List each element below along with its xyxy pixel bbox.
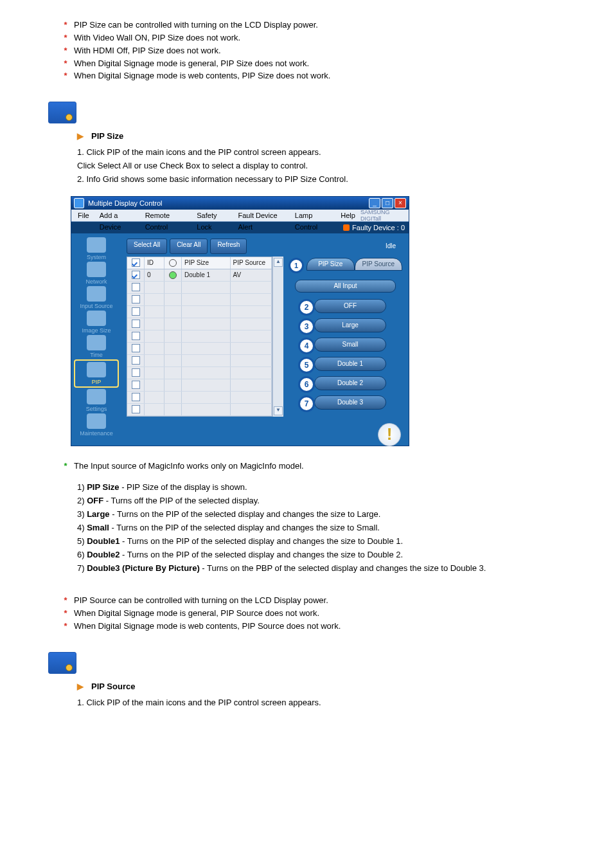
menu-add-device[interactable]: Add a Device	[94, 210, 140, 221]
callout-list: 1) PIP Size - PIP Size of the display is…	[0, 482, 613, 574]
menu-help[interactable]: Help	[335, 210, 360, 221]
sidebar-item-network[interactable]: Network	[75, 262, 118, 285]
bullet-item: *With HDMI Off, PIP Size does not work.	[61, 45, 540, 57]
callout-badge-7: 7	[298, 395, 315, 412]
bullet-item: *When Digital Signage mode is web conten…	[61, 70, 540, 82]
bullet-text: PIP Size can be controlled with turning …	[74, 19, 540, 32]
exclamation-icon: !	[378, 423, 401, 446]
clear-all-button[interactable]: Clear All	[170, 239, 208, 254]
callout-badge-4: 4	[298, 338, 315, 354]
sidebar-item-image-size[interactable]: Image Size	[75, 311, 118, 334]
bullet-text: With Video Wall ON, PIP Size does not wo…	[74, 32, 540, 44]
pip-large-button[interactable]: 3Large	[314, 318, 386, 332]
info-note-text: The Input source of MagicInfo works only…	[74, 460, 540, 473]
system-icon	[87, 237, 106, 253]
menu-remote-control[interactable]: Remote Control	[140, 210, 192, 221]
app-window: Multiple Display Control _ □ × File Add …	[71, 196, 409, 446]
grid-row[interactable]: 0 Double 1 AV	[127, 269, 272, 282]
callout-desc: - Turns on the PBP of the selected displ…	[200, 563, 486, 573]
callout-term: Small	[87, 523, 109, 532]
grid-row-check[interactable]	[127, 269, 145, 281]
step-number: 1.	[77, 698, 86, 707]
sidebar-item-settings[interactable]: Settings	[75, 389, 118, 412]
scroll-down-icon[interactable]: ▼	[274, 406, 283, 415]
callout-term: Large	[87, 509, 109, 519]
grid-row-empty	[127, 355, 272, 367]
grid-row-empty	[127, 294, 272, 306]
section-heading: ▶PIP Size	[77, 131, 540, 143]
grid-row-status	[164, 269, 182, 281]
sidebar-item-input-source[interactable]: Input Source	[75, 286, 118, 309]
callout-desc: - Turns on the PIP of the selected displ…	[120, 536, 403, 546]
app-footer: !	[124, 419, 406, 451]
step-text: Info Grid shows some basic information n…	[86, 174, 348, 184]
grid-row-pip-source: AV	[231, 269, 272, 281]
callout-line: 3) Large - Turns on the PIP of the selec…	[77, 509, 540, 521]
callout-line: 2) OFF - Turns off the PIP of the select…	[77, 495, 540, 507]
window-title: Multiple Display Control	[88, 199, 163, 207]
menu-file[interactable]: File	[73, 210, 94, 221]
bullet-text: When Digital Signage mode is general, PI…	[74, 58, 540, 70]
grid-scrollbar[interactable]: ▲ ▼	[272, 257, 283, 417]
monitor-icon	[48, 652, 76, 674]
callout-desc: - Turns off the PIP of the selected disp…	[103, 496, 260, 505]
step-text: Click Select All or use Check Box to sel…	[77, 161, 308, 170]
callout-line: 4) Small - Turns on the PIP of the selec…	[77, 522, 540, 534]
sidebar-item-maintenance[interactable]: Maintenance	[75, 413, 118, 437]
select-all-button[interactable]: Select All	[127, 239, 167, 254]
sidebar-item-system[interactable]: System	[75, 237, 118, 260]
pill-label: Small	[342, 341, 358, 348]
grid-row-empty	[127, 306, 272, 318]
section-desc-line: Click Select All or use Check Box to sel…	[77, 160, 540, 172]
star-icon: *	[61, 19, 70, 32]
callout-desc: - PIP Size of the display is shown.	[120, 482, 247, 492]
sidebar-label: Image Size	[75, 327, 118, 334]
tab-pip-source[interactable]: PIP Source	[355, 258, 403, 271]
sidebar-item-time[interactable]: Time	[75, 335, 118, 358]
tab-label: PIP Source	[362, 260, 395, 267]
menu-lamp-control[interactable]: Lamp Control	[290, 210, 335, 221]
pip-icon	[87, 362, 106, 377]
faulty-device-text: Faulty Device : 0	[352, 224, 405, 231]
callout-term: Double1	[87, 536, 120, 546]
grid-row-empty	[127, 343, 272, 355]
grid-header-check[interactable]	[127, 257, 145, 269]
grid-row-empty	[127, 392, 272, 404]
sidebar-label: Settings	[75, 406, 118, 412]
star-icon: *	[61, 58, 70, 70]
scroll-up-icon[interactable]: ▲	[274, 258, 283, 267]
pip-off-button[interactable]: 2OFF	[314, 299, 386, 313]
sidebar-label: Time	[75, 352, 118, 358]
tab-pip-size[interactable]: PIP Size	[306, 258, 355, 271]
callout-badge-1: 1	[289, 258, 304, 273]
settings-icon	[87, 389, 106, 404]
grid-header-pip-source: PIP Source	[231, 257, 272, 269]
callout-line: 7) Double3 (Picture By Picture) - Turns …	[77, 563, 540, 575]
grid-row-empty	[127, 318, 272, 330]
sidebar-label: PIP	[75, 379, 118, 385]
section-desc-line: 1. Click PIP of the main icons and the P…	[77, 147, 540, 159]
status-lamp-icon	[169, 271, 177, 279]
step-number: 1.	[77, 147, 86, 157]
menu-fault-alert[interactable]: Fault Device Alert	[233, 210, 290, 221]
menu-safety-lock[interactable]: Safety Lock	[191, 210, 233, 221]
pip-small-button[interactable]: 4Small	[314, 338, 386, 352]
pip-double3-button[interactable]: 7Double 3	[314, 395, 386, 410]
close-button[interactable]: ×	[395, 198, 406, 208]
grid-row-empty	[127, 379, 272, 392]
bullet-item: *PIP Size can be controlled with turning…	[61, 19, 540, 32]
sidebar-label: Input Source	[75, 303, 118, 309]
sidebar-item-pip[interactable]: PIP	[74, 359, 119, 388]
pip-double2-button[interactable]: 6Double 2	[314, 376, 386, 390]
minimize-button[interactable]: _	[369, 198, 380, 208]
pill-label: Double 2	[337, 379, 363, 386]
maintenance-icon	[87, 413, 106, 429]
callout-badge-2: 2	[298, 299, 315, 316]
control-panel: 1 PIP Size PIP Source All Input 2OFF 3La…	[287, 257, 404, 417]
refresh-button[interactable]: Refresh	[210, 239, 247, 254]
grid-header-row: ID PIP Size PIP Source	[127, 257, 272, 269]
status-dot-icon	[343, 224, 350, 231]
pip-double1-button[interactable]: 5Double 1	[314, 357, 386, 371]
maximize-button[interactable]: □	[382, 198, 393, 208]
section-icon	[48, 652, 613, 676]
